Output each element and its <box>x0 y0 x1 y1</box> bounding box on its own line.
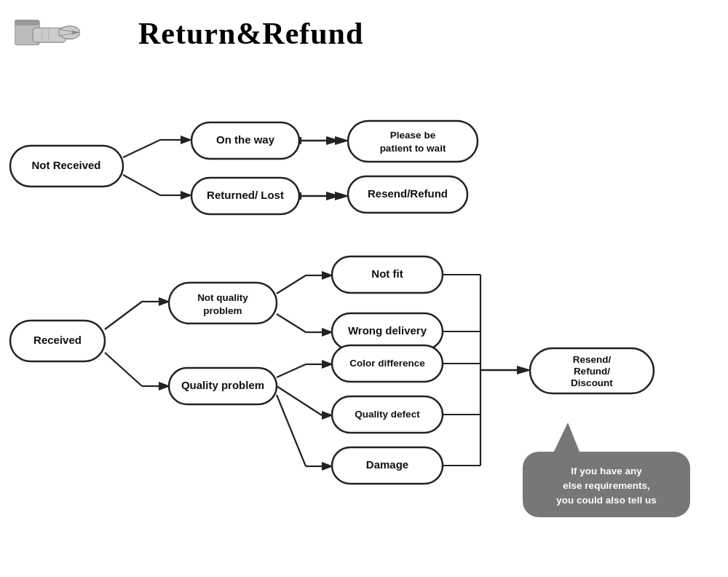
rrd-label-3: Discount <box>571 377 613 388</box>
diagram-svg: Not Received On the way Returned/ Lost P… <box>0 87 728 568</box>
svg-line-11 <box>123 175 160 195</box>
rrd-label-1: Resend/ <box>573 354 612 365</box>
svg-line-22 <box>105 302 142 329</box>
svg-marker-10 <box>181 136 192 144</box>
svg-line-8 <box>123 140 160 157</box>
svg-rect-1 <box>15 20 39 25</box>
color-diff-label: Color difference <box>349 358 425 369</box>
not-quality-label-2: problem <box>203 305 242 316</box>
svg-line-34 <box>277 364 306 377</box>
header: Return&Refund <box>0 0 728 60</box>
svg-line-28 <box>277 275 306 294</box>
svg-marker-13 <box>181 191 192 200</box>
on-the-way-label: On the way <box>216 133 275 146</box>
please-wait-label-2: patient to wait <box>380 143 446 154</box>
svg-line-39 <box>277 395 306 466</box>
speech-line-3: you could also tell us <box>556 495 656 506</box>
rrd-label-2: Refund/ <box>574 366 610 377</box>
received-label: Received <box>33 334 82 346</box>
page-container: Return&Refund Not Received On the way Re… <box>0 0 728 577</box>
resend-refund-top-label: Resend/Refund <box>368 187 448 200</box>
page-title: Return&Refund <box>138 16 363 51</box>
speech-line-2: else requirements, <box>563 480 649 491</box>
not-received-label: Not Received <box>31 159 100 171</box>
finger-icon <box>15 13 80 53</box>
not-fit-label: Not fit <box>371 267 403 280</box>
please-wait-label-1: Please be <box>390 130 436 141</box>
not-quality-label-1: Not quality <box>197 292 248 303</box>
returned-lost-label: Returned/ Lost <box>207 189 284 201</box>
not-quality-node <box>169 283 277 323</box>
speech-line-1: If you have any <box>571 466 642 476</box>
please-wait-node <box>348 121 478 162</box>
damage-label: Damage <box>366 458 408 471</box>
wrong-delivery-label: Wrong delivery <box>348 324 427 337</box>
quality-problem-label: Quality problem <box>181 379 264 391</box>
quality-defect-label: Quality defect <box>355 409 420 420</box>
svg-line-25 <box>105 353 142 386</box>
svg-line-31 <box>277 314 306 332</box>
